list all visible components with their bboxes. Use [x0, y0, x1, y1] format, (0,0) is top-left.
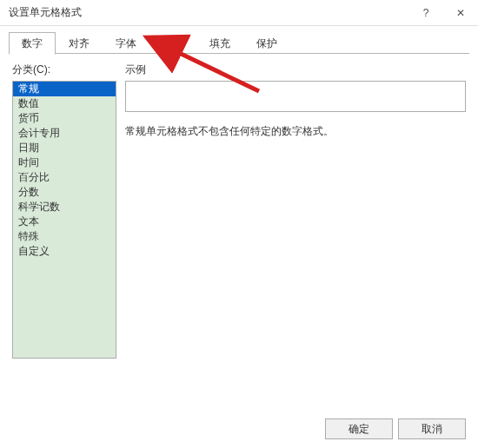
close-button[interactable]: ✕ [443, 0, 478, 26]
sample-box [125, 81, 466, 112]
list-item[interactable]: 货币 [13, 111, 116, 126]
help-button[interactable]: ? [408, 0, 443, 26]
help-icon: ? [423, 7, 429, 19]
tab-1[interactable]: 对齐 [56, 32, 103, 55]
category-listbox[interactable]: 常规数值货币会计专用日期时间百分比分数科学记数文本特殊自定义 [12, 81, 116, 359]
list-item[interactable]: 百分比 [13, 170, 116, 185]
list-item[interactable]: 自定义 [13, 244, 116, 259]
ok-button[interactable]: 确定 [325, 418, 393, 439]
tab-0[interactable]: 数字 [9, 32, 56, 55]
tab-label: 保护 [256, 37, 277, 49]
tab-5[interactable]: 保护 [243, 32, 290, 55]
list-item[interactable]: 时间 [13, 155, 116, 170]
titlebar: 设置单元格格式 ? ✕ [0, 0, 478, 26]
list-item[interactable]: 特殊 [13, 229, 116, 244]
list-item[interactable]: 日期 [13, 141, 116, 155]
list-item[interactable]: 科学记数 [13, 200, 116, 214]
detail-column: 示例 常规单元格格式不包含任何特定的数字格式。 [125, 63, 466, 359]
category-column: 分类(C): 常规数值货币会计专用日期时间百分比分数科学记数文本特殊自定义 [12, 63, 116, 359]
list-item[interactable]: 分数 [13, 185, 116, 200]
sample-label: 示例 [125, 63, 466, 77]
cancel-button[interactable]: 取消 [398, 418, 466, 439]
tab-bar: 数字对齐字体边框填充保护 [9, 31, 469, 54]
tab-3[interactable]: 边框 [149, 32, 196, 55]
tab-label: 边框 [163, 37, 183, 49]
tab-4[interactable]: 填充 [196, 32, 243, 55]
close-icon: ✕ [456, 7, 465, 19]
tab-label: 对齐 [69, 37, 90, 49]
window-title: 设置单元格格式 [9, 5, 408, 20]
category-label: 分类(C): [12, 63, 116, 77]
list-item[interactable]: 常规 [13, 82, 116, 96]
tab-2[interactable]: 字体 [103, 32, 149, 55]
tab-label: 填充 [209, 37, 230, 49]
tab-label: 数字 [22, 37, 43, 49]
list-item[interactable]: 会计专用 [13, 126, 116, 141]
format-description: 常规单元格格式不包含任何特定的数字格式。 [125, 124, 466, 139]
dialog-footer: 确定 取消 [325, 418, 466, 439]
tab-label: 字体 [116, 37, 136, 49]
list-item[interactable]: 数值 [13, 96, 116, 111]
content-area: 分类(C): 常规数值货币会计专用日期时间百分比分数科学记数文本特殊自定义 示例… [0, 54, 478, 359]
list-item[interactable]: 文本 [13, 214, 116, 229]
